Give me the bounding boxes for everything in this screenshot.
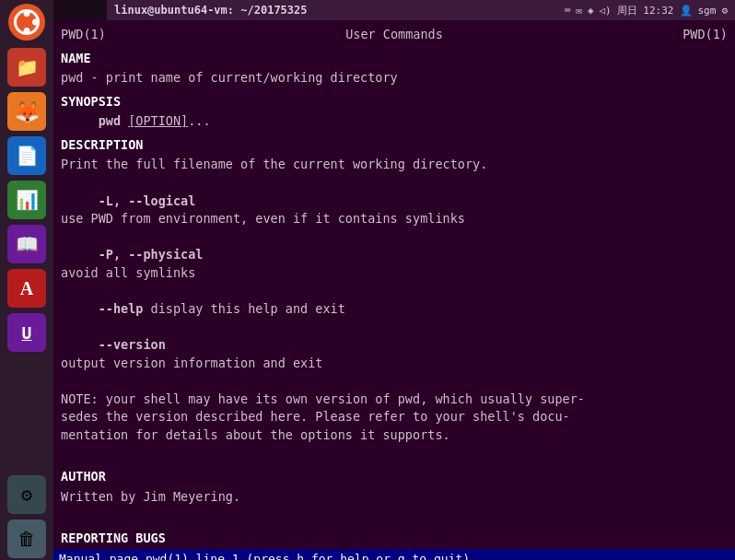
topbar: linux@ubuntu64-vm: ~/20175325 ⌨ ✉ ◈ ◁) 周… (107, 0, 735, 20)
opt-help-line: --help display this help and exit (61, 300, 728, 319)
sidebar-item-writer[interactable]: 📄 (7, 136, 46, 175)
sound-icon: ◁) (600, 5, 612, 17)
header-center: User Commands (345, 26, 443, 44)
section-name-label: NAME (61, 50, 728, 68)
opt-help-desc: display this help and exit (143, 301, 344, 316)
note-line2: sedes the version described here. Please… (61, 408, 728, 426)
opt-P-line: -P, --physical (61, 246, 728, 264)
font-icon: A (20, 278, 33, 299)
opt-L-label: -L, --logical (99, 193, 196, 208)
section-name-content: pwd - print name of current/working dire… (61, 69, 728, 88)
purple-icon: U (22, 323, 32, 343)
gear-icon: ⚙ (21, 484, 32, 506)
note-line1: NOTE: your shell may have its own versio… (61, 391, 728, 409)
sidebar-item-settings[interactable]: ⚙ (7, 475, 46, 514)
wifi-icon: ◈ (588, 5, 594, 17)
datetime: 周日 12:32 (617, 4, 674, 18)
topbar-right: ⌨ ✉ ◈ ◁) 周日 12:32 👤 sgm ⚙ (565, 4, 728, 18)
user-icon: 👤 (680, 5, 693, 17)
files-icon: 📁 (16, 56, 39, 78)
sidebar-item-reader[interactable]: 📖 (7, 225, 46, 263)
desc-line1: Print the full filename of the current w… (61, 156, 728, 174)
topbar-title: linux@ubuntu64-vm: ~/20175325 (114, 4, 308, 17)
settings-icon: ⚙ (721, 5, 728, 17)
sidebar-item-font[interactable]: A (7, 269, 46, 308)
ubuntu-logo-icon (14, 9, 40, 35)
header-right: PWD(1) (682, 26, 728, 44)
opt-version-desc: output version information and exit (61, 355, 728, 373)
opt-help-label: --help (99, 301, 144, 316)
sidebar-item-firefox[interactable]: 🦊 (7, 92, 46, 131)
opt-L-desc: use PWD from environment, even if it con… (61, 210, 728, 228)
section-author-content: Written by Jim Meyering. (61, 488, 728, 507)
opt-P-label: -P, --physical (99, 247, 204, 262)
header-left: PWD(1) (61, 26, 106, 44)
synopsis-option: [OPTION] (128, 113, 188, 128)
section-author-label: AUTHOR (61, 468, 728, 486)
note-line3: mentation for details about the options … (61, 426, 728, 445)
sidebar-item-purple[interactable]: U (7, 313, 46, 352)
calc-icon: 📊 (16, 189, 39, 211)
sidebar: 📁 🦊 📄 📊 📖 A U ⚙ 🗑 (0, 0, 53, 560)
section-synopsis-content: pwd [OPTION]... (61, 112, 728, 131)
reader-icon: 📖 (16, 233, 39, 255)
sidebar-item-files[interactable]: 📁 (7, 48, 46, 87)
section-description-label: DESCRIPTION (61, 136, 728, 155)
trash-icon: 🗑 (18, 528, 36, 550)
section-reporting-bugs-label: REPORTING BUGS (61, 530, 728, 548)
email-icon: ✉ (576, 5, 582, 17)
sidebar-item-trash[interactable]: 🗑 (7, 519, 46, 558)
man-page-header: PWD(1) User Commands PWD(1) (61, 26, 728, 44)
opt-L-line: -L, --logical (61, 192, 728, 211)
sidebar-item-calc[interactable]: 📊 (7, 181, 46, 219)
section-synopsis-label: SYNOPSIS (61, 93, 728, 111)
synopsis-cmd: pwd (99, 113, 121, 128)
status-text: Manual page pwd(1) line 1 (press h for h… (59, 551, 470, 560)
opt-P-desc: avoid all symlinks (61, 264, 728, 283)
firefox-icon: 🦊 (15, 100, 40, 123)
sidebar-item-ubuntu-home[interactable] (8, 4, 45, 41)
terminal-content: PWD(1) User Commands PWD(1) NAME pwd - p… (53, 20, 735, 549)
status-bar: Manual page pwd(1) line 1 (press h for h… (53, 549, 735, 560)
user-name: sgm (698, 5, 717, 17)
keyboard-icon: ⌨ (565, 5, 571, 17)
opt-version-label: --version (99, 337, 166, 352)
opt-version-line: --version (61, 336, 728, 355)
writer-icon: 📄 (16, 145, 39, 167)
ubuntu-dot (32, 19, 39, 26)
terminal[interactable]: PWD(1) User Commands PWD(1) NAME pwd - p… (53, 20, 735, 560)
